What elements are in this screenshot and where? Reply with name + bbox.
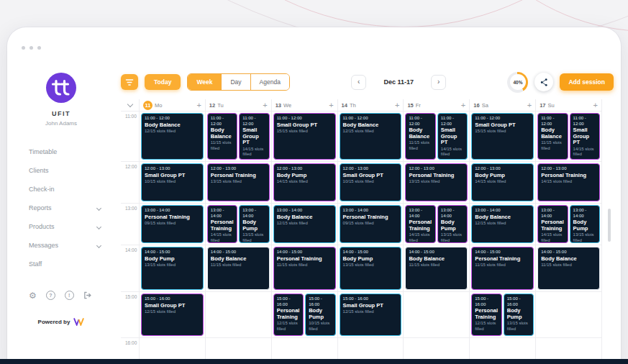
event-card[interactable]: 15:00 - 16:00Body Pump13/15 slots filled (504, 294, 534, 336)
calendar-cell[interactable] (536, 292, 602, 338)
add-session-day-icon[interactable]: + (263, 101, 267, 109)
event-card[interactable]: 15:00 - 16:00Small Group PT12/15 slots f… (141, 294, 204, 336)
calendar-cell[interactable]: 12:00 - 13:00Body Pump14/15 slots filled (272, 162, 338, 204)
calendar-cell[interactable] (206, 292, 272, 338)
view-tab-agenda[interactable]: Agenda (250, 74, 289, 90)
event-card[interactable]: 13:00 - 14:00Body Pump13/15 slots filled (239, 205, 269, 243)
calendar-cell[interactable]: 14:00 - 15:00Body Pump13/15 slots filled (140, 245, 206, 292)
calendar-cell[interactable]: 12:00 - 13:00Small Group PT10/15 slots f… (140, 162, 206, 204)
event-card[interactable]: 11:00 - 12:00Body Balance12/15 slots fil… (340, 113, 402, 160)
event-card[interactable]: 11:00 - 12:00Body Balance11/15 slots fil… (537, 113, 568, 160)
calendar-cell[interactable]: 14:00 - 15:00Personal Training11/15 slot… (272, 245, 338, 292)
event-card[interactable]: 11:00 - 12:00Body Balance11/15 slots fil… (207, 113, 237, 160)
add-session-day-icon[interactable]: + (527, 101, 532, 109)
alerts-icon[interactable]: ! (65, 291, 74, 300)
prev-week-button[interactable]: ‹ (351, 75, 366, 90)
calendar-cell[interactable]: 11:00 - 12:00Small Group PT15/15 slots f… (272, 112, 338, 162)
next-week-button[interactable]: › (431, 75, 446, 90)
sidebar-item-reports[interactable]: Reports (7, 199, 115, 217)
sidebar-item-check-in[interactable]: Check-in (7, 180, 115, 199)
calendar-cell[interactable]: 13:00 - 14:00Personal Training14/15 slot… (536, 204, 602, 245)
calendar-cell[interactable]: 13:00 - 14:00Personal Training14/15 slot… (404, 204, 470, 245)
event-card[interactable]: 13:00 - 14:00Body Balance12/15 slots fil… (471, 205, 534, 243)
calendar-cell[interactable]: 12:00 - 13:00Body Pump14/15 slots filled (470, 162, 536, 204)
add-session-day-icon[interactable]: + (461, 101, 465, 109)
event-card[interactable]: 15:00 - 16:00Personal Training12/15 slot… (273, 294, 304, 336)
sidebar-item-messages[interactable]: Messages (7, 236, 115, 255)
calendar-cell[interactable]: 12:00 - 13:00Personal Training14/15 slot… (536, 162, 602, 204)
event-card[interactable]: 13:00 - 14:00Personal Training09/15 slot… (141, 205, 204, 243)
add-session-day-icon[interactable]: + (196, 101, 201, 109)
today-button[interactable]: Today (145, 74, 181, 90)
event-card[interactable]: 15:00 - 16:00Small Group PT12/15 slots f… (340, 294, 402, 336)
add-session-day-icon[interactable]: + (329, 101, 333, 109)
event-card[interactable]: 12:00 - 13:00Small Group PT10/15 slots f… (141, 163, 204, 201)
sidebar-item-products[interactable]: Products (7, 217, 115, 236)
calendar-cell[interactable]: 14:00 - 15:00Body Balance11/15 slots fil… (206, 245, 272, 292)
event-card[interactable]: 11:00 - 12:00Body Balance11/15 slots fil… (405, 113, 435, 160)
add-session-day-icon[interactable]: + (593, 101, 598, 109)
view-tab-day[interactable]: Day (221, 74, 250, 90)
calendar-cell[interactable]: 12:00 - 13:00Personal Training13/15 slot… (404, 162, 470, 204)
event-card[interactable]: 11:00 - 12:00Small Group PT15/15 slots f… (471, 113, 534, 160)
view-tab-week[interactable]: Week (188, 74, 221, 90)
event-card[interactable]: 11:00 - 12:00Small Group PT14/15 slots f… (239, 113, 269, 160)
event-card[interactable]: 12:00 - 13:00Personal Training13/15 slot… (207, 163, 270, 201)
help-icon[interactable]: ? (46, 291, 55, 300)
calendar-cell[interactable]: 15:00 - 16:00Personal Training12/15 slot… (272, 292, 338, 338)
calendar-cell[interactable]: 14:00 - 15:00Body Balance11/15 slots fil… (404, 245, 470, 292)
event-card[interactable]: 14:00 - 15:00Body Balance11/15 slots fil… (405, 247, 468, 290)
event-card[interactable]: 15:00 - 16:00Body Pump10/15 slots filled (305, 294, 335, 336)
add-session-button[interactable]: Add session (560, 73, 614, 91)
share-button[interactable] (534, 73, 553, 91)
event-card[interactable]: 13:00 - 14:00Personal Training14/15 slot… (405, 205, 435, 243)
event-card[interactable]: 13:00 - 14:00Body Pump13/15 slots filled (437, 205, 468, 243)
event-card[interactable]: 12:00 - 13:00Body Pump14/15 slots filled (273, 163, 336, 201)
vertical-scrollbar[interactable] (608, 209, 611, 242)
calendar-cell[interactable]: 13:00 - 14:00Body Balance12/15 slots fil… (272, 204, 338, 245)
sidebar-item-timetable[interactable]: Timetable (7, 142, 115, 161)
event-card[interactable]: 13:00 - 14:00Personal Training09/15 slot… (340, 205, 402, 243)
calendar-cell[interactable]: 15:00 - 16:00Personal Training12/15 slot… (470, 292, 536, 338)
event-card[interactable]: 14:00 - 15:00Body Pump13/15 slots filled (141, 247, 204, 290)
event-card[interactable]: 11:00 - 12:00Small Group PT14/15 slots f… (570, 113, 600, 160)
calendar-cell[interactable]: 11:00 - 12:00Body Balance11/15 slots fil… (404, 112, 470, 162)
event-card[interactable]: 11:00 - 12:00Body Balance12/15 slots fil… (141, 113, 204, 160)
sidebar-item-clients[interactable]: Clients (7, 161, 115, 180)
calendar-cell[interactable]: 14:00 - 15:00Body Pump13/15 slots filled (338, 245, 404, 292)
event-card[interactable]: 13:00 - 14:00Body Pump13/15 slots filled (570, 205, 600, 243)
calendar-cell[interactable]: 11:00 - 12:00Body Balance11/15 slots fil… (206, 112, 272, 162)
event-card[interactable]: 14:00 - 15:00Body Pump13/15 slots filled (340, 247, 402, 290)
event-card[interactable]: 14:00 - 15:00Body Balance11/15 slots fil… (537, 247, 600, 290)
logout-icon[interactable] (83, 291, 91, 299)
event-card[interactable]: 13:00 - 14:00Personal Training14/15 slot… (207, 205, 237, 243)
event-card[interactable]: 11:00 - 12:00Small Group PT15/15 slots f… (273, 113, 336, 160)
calendar-cell[interactable]: 14:00 - 15:00Body Balance11/15 slots fil… (536, 245, 602, 292)
calendar-cell[interactable]: 11:00 - 12:00Body Balance12/15 slots fil… (338, 112, 404, 162)
add-session-day-icon[interactable]: + (395, 101, 399, 109)
calendar-cell[interactable]: 13:00 - 14:00Personal Training14/15 slot… (206, 204, 272, 245)
event-card[interactable]: 12:00 - 13:00Small Group PT10/15 slots f… (340, 163, 402, 201)
event-card[interactable]: 15:00 - 16:00Personal Training12/15 slot… (471, 294, 501, 336)
calendar-cell[interactable]: 14:00 - 15:00Personal Training11/15 slot… (470, 245, 536, 292)
event-card[interactable]: 14:00 - 15:00Body Balance11/15 slots fil… (207, 247, 270, 290)
calendar-cell[interactable]: 11:00 - 12:00Body Balance11/15 slots fil… (536, 112, 602, 162)
calendar-cell[interactable]: 13:00 - 14:00Personal Training09/15 slot… (140, 204, 206, 245)
event-card[interactable]: 13:00 - 14:00Personal Training14/15 slot… (537, 205, 568, 243)
calendar-cell[interactable]: 12:00 - 13:00Personal Training13/15 slot… (206, 162, 272, 204)
calendar-cell[interactable] (404, 292, 470, 338)
filter-button[interactable] (121, 74, 138, 90)
chevron-down-icon[interactable] (127, 101, 132, 107)
calendar-cell[interactable]: 11:00 - 12:00Small Group PT15/15 slots f… (470, 112, 536, 162)
settings-gear-icon[interactable]: ⚙ (29, 291, 37, 300)
calendar-cell[interactable]: 15:00 - 16:00Small Group PT12/15 slots f… (140, 292, 206, 338)
calendar-cell[interactable]: 13:00 - 14:00Personal Training09/15 slot… (338, 204, 404, 245)
calendar-cell[interactable]: 15:00 - 16:00Small Group PT12/15 slots f… (338, 292, 404, 338)
calendar-cell[interactable]: 13:00 - 14:00Body Balance12/15 slots fil… (470, 204, 536, 245)
calendar-cell[interactable]: 11:00 - 12:00Body Balance12/15 slots fil… (140, 112, 206, 162)
event-card[interactable]: 12:00 - 13:00Personal Training14/15 slot… (537, 163, 600, 201)
sidebar-item-staff[interactable]: Staff (7, 255, 115, 273)
event-card[interactable]: 13:00 - 14:00Body Balance12/15 slots fil… (273, 205, 336, 243)
event-card[interactable]: 12:00 - 13:00Body Pump14/15 slots filled (471, 163, 534, 201)
event-card[interactable]: 14:00 - 15:00Personal Training11/15 slot… (471, 247, 534, 290)
